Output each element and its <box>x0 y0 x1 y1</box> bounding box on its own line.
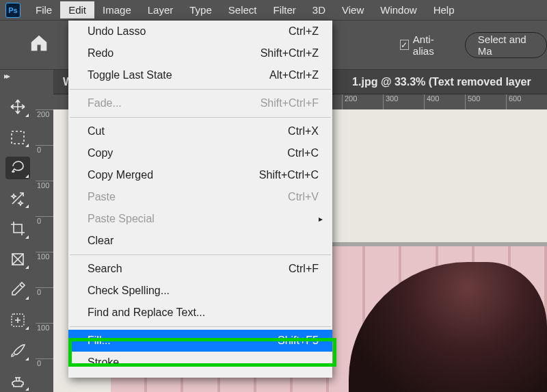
menu-item-paste-special: Paste Special <box>68 208 332 230</box>
menu-item-copy-merged[interactable]: Copy MergedShift+Ctrl+C <box>68 164 332 186</box>
move-tool[interactable] <box>5 96 30 118</box>
menu-image[interactable]: Image <box>94 1 139 18</box>
menu-item-undo-lasso[interactable]: Undo LassoCtrl+Z <box>68 21 332 42</box>
menu-select[interactable]: Select <box>220 1 265 18</box>
select-and-mask-button[interactable]: Select and Ma <box>465 32 547 58</box>
lasso-tool[interactable] <box>5 157 30 179</box>
menu-3d[interactable]: 3D <box>304 1 334 18</box>
menu-type[interactable]: Type <box>181 1 220 18</box>
menu-item-paste: PasteCtrl+V <box>68 186 332 208</box>
panel-collapse-chevrons[interactable]: ▸▸ <box>4 71 8 81</box>
antialias-label: Anti-alias <box>413 34 449 57</box>
doc-title-suffix: 1.jpg @ 33.3% (Text removed layer <box>352 76 531 88</box>
crop-tool[interactable] <box>5 218 30 240</box>
menu-file[interactable]: File <box>27 1 60 18</box>
ruler-vertical: 2000100010001000 <box>36 109 53 392</box>
menu-item-clear[interactable]: Clear <box>68 230 332 252</box>
menu-filter[interactable]: Filter <box>265 1 304 18</box>
antialias-checkbox[interactable]: ✓ Anti-alias <box>400 34 449 57</box>
menu-help[interactable]: Help <box>425 1 463 18</box>
menu-item-check-spelling[interactable]: Check Spelling... <box>68 280 332 302</box>
frame-tool[interactable] <box>5 248 30 271</box>
brush-tool[interactable] <box>5 339 30 362</box>
app-logo[interactable]: Ps <box>5 3 21 18</box>
home-icon[interactable] <box>29 33 50 57</box>
eyedropper-tool[interactable] <box>5 278 30 301</box>
clone-stamp-tool[interactable] <box>5 370 30 393</box>
menu-item-find-and-replace-text[interactable]: Find and Replace Text... <box>68 302 332 324</box>
menu-item-toggle-last-state[interactable]: Toggle Last StateAlt+Ctrl+Z <box>68 64 332 86</box>
check-icon: ✓ <box>400 40 409 50</box>
svg-rect-0 <box>12 131 24 144</box>
menu-item-fade: Fade...Shift+Ctrl+F <box>68 92 332 114</box>
magic-wand-tool[interactable] <box>5 187 30 210</box>
menu-edit[interactable]: Edit <box>60 1 94 18</box>
edit-menu-dropdown: Undo LassoCtrl+ZRedoShift+Ctrl+ZToggle L… <box>68 21 332 378</box>
menu-item-fill[interactable]: Fill...Shift+F5 <box>68 330 332 352</box>
menu-view[interactable]: View <box>334 1 372 18</box>
menu-bar: Ps FileEditImageLayerTypeSelectFilter3DV… <box>0 0 547 21</box>
menu-layer[interactable]: Layer <box>139 1 182 18</box>
menu-item-redo[interactable]: RedoShift+Ctrl+Z <box>68 42 332 64</box>
menu-item-cut[interactable]: CutCtrl+X <box>68 120 332 142</box>
menu-item-search[interactable]: SearchCtrl+F <box>68 258 332 280</box>
marquee-tool[interactable] <box>5 127 30 149</box>
menu-item-copy[interactable]: CopyCtrl+C <box>68 142 332 164</box>
tool-bar <box>0 89 36 392</box>
menu-window[interactable]: Window <box>372 1 425 18</box>
menu-item-stroke[interactable]: Stroke... <box>68 352 332 374</box>
healing-brush-tool[interactable] <box>5 309 30 332</box>
